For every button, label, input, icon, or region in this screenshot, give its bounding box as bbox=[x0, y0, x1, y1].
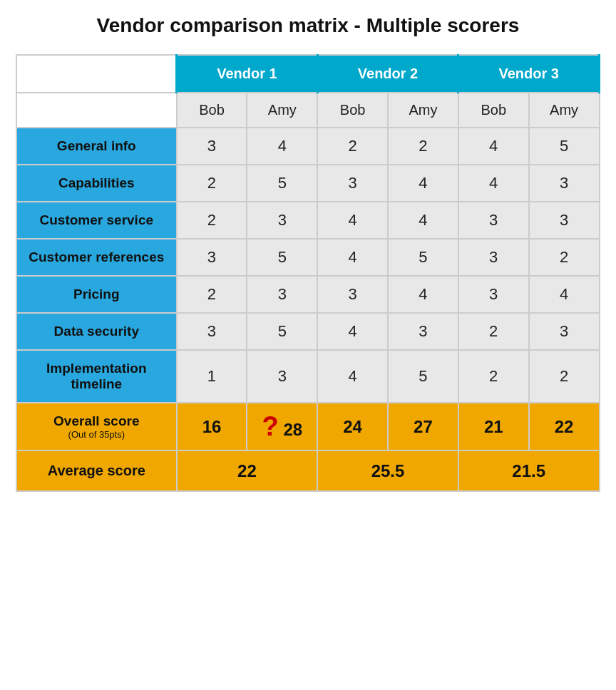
cell-v3-s0: 3 bbox=[458, 202, 529, 239]
v2-bob-header: Bob bbox=[317, 93, 388, 128]
v1-amy-header: Amy bbox=[247, 93, 317, 128]
cell-v2-s1: 4 bbox=[388, 202, 458, 239]
cell-v2-s1: 5 bbox=[388, 239, 458, 276]
cell-v1-s1: 3 bbox=[247, 202, 317, 239]
cell-v3-s1: 2 bbox=[529, 239, 600, 276]
overall-label: Overall score (Out of 35pts) bbox=[16, 403, 177, 450]
cell-v1-s0: 3 bbox=[177, 128, 247, 165]
average-v3: 21.5 bbox=[458, 450, 600, 491]
cell-v2-s0: 4 bbox=[317, 313, 388, 350]
cell-v2-s0: 3 bbox=[317, 276, 388, 313]
cell-v1-s0: 2 bbox=[177, 202, 247, 239]
overall-v2-bob: 24 bbox=[317, 403, 388, 450]
v3-amy-header: Amy bbox=[529, 93, 600, 128]
v1-bob-header: Bob bbox=[177, 93, 247, 128]
cell-v2-s1: 4 bbox=[388, 276, 458, 313]
cell-v3-s0: 2 bbox=[458, 350, 529, 403]
cell-v1-s1: 3 bbox=[247, 276, 317, 313]
overall-v1-amy: ? 28 bbox=[247, 403, 317, 450]
row-label-4: Pricing bbox=[16, 276, 177, 313]
vendor-header-row: Vendor 1 Vendor 2 Vendor 3 bbox=[16, 55, 600, 93]
cell-v3-s1: 4 bbox=[529, 276, 600, 313]
cell-v2-s0: 4 bbox=[317, 350, 388, 403]
page-container: Vendor comparison matrix - Multiple scor… bbox=[16, 14, 600, 492]
cell-v3-s1: 3 bbox=[529, 313, 600, 350]
data-row: Data security354323 bbox=[16, 313, 600, 350]
cell-v3-s0: 3 bbox=[458, 276, 529, 313]
cell-v3-s0: 3 bbox=[458, 239, 529, 276]
cell-v2-s1: 4 bbox=[388, 165, 458, 202]
person-header-row: Bob Amy Bob Amy Bob Amy bbox=[16, 93, 600, 128]
cell-v2-s0: 4 bbox=[317, 202, 388, 239]
corner-cell bbox=[16, 55, 177, 93]
cell-v3-s1: 3 bbox=[529, 202, 600, 239]
cell-v1-s0: 3 bbox=[177, 313, 247, 350]
row-label-5: Data security bbox=[16, 313, 177, 350]
average-v1: 22 bbox=[177, 450, 318, 491]
overall-score-row: Overall score (Out of 35pts) 16 ? 28 24 … bbox=[16, 403, 600, 450]
cell-v1-s0: 2 bbox=[177, 165, 247, 202]
cell-v2-s0: 3 bbox=[317, 165, 388, 202]
cell-v3-s1: 3 bbox=[529, 165, 600, 202]
overall-v1-bob: 16 bbox=[177, 403, 247, 450]
vendor3-header: Vendor 3 bbox=[458, 55, 600, 93]
page-title: Vendor comparison matrix - Multiple scor… bbox=[16, 14, 600, 37]
average-v2: 25.5 bbox=[317, 450, 458, 491]
data-row: Pricing233434 bbox=[16, 276, 600, 313]
cell-v3-s1: 5 bbox=[529, 128, 600, 165]
row-label-0: General info bbox=[16, 128, 177, 165]
data-row: Capabilities253443 bbox=[16, 165, 600, 202]
data-row: Implementation timeline134522 bbox=[16, 350, 600, 403]
cell-v2-s1: 2 bbox=[388, 128, 458, 165]
data-row: Customer service234433 bbox=[16, 202, 600, 239]
overall-label-text: Overall score bbox=[53, 413, 139, 428]
vendor2-header: Vendor 2 bbox=[317, 55, 458, 93]
v2-amy-header: Amy bbox=[388, 93, 458, 128]
row-label-3: Customer references bbox=[16, 239, 177, 276]
cell-v1-s1: 3 bbox=[247, 350, 317, 403]
comparison-table: Vendor 1 Vendor 2 Vendor 3 Bob Amy Bob A… bbox=[16, 54, 600, 492]
cell-v1-s0: 3 bbox=[177, 239, 247, 276]
data-row: General info342245 bbox=[16, 128, 600, 165]
cell-v2-s1: 3 bbox=[388, 313, 458, 350]
row-label-1: Capabilities bbox=[16, 165, 177, 202]
cell-v1-s1: 5 bbox=[247, 313, 317, 350]
row-label-2: Customer service bbox=[16, 202, 177, 239]
cell-v1-s0: 2 bbox=[177, 276, 247, 313]
cell-v2-s0: 2 bbox=[317, 128, 388, 165]
overall-sublabel: (Out of 35pts) bbox=[24, 429, 169, 440]
cell-v1-s0: 1 bbox=[177, 350, 247, 403]
cell-v2-s0: 4 bbox=[317, 239, 388, 276]
cell-v3-s0: 4 bbox=[458, 165, 529, 202]
average-label: Average score bbox=[16, 450, 177, 491]
overall-v3-bob: 21 bbox=[458, 403, 529, 450]
average-score-row: Average score 22 25.5 21.5 bbox=[16, 450, 600, 491]
question-mark-icon: ? bbox=[262, 411, 279, 441]
cell-v1-s1: 5 bbox=[247, 239, 317, 276]
cell-v1-s1: 5 bbox=[247, 165, 317, 202]
v3-bob-header: Bob bbox=[458, 93, 529, 128]
corner-cell2 bbox=[16, 93, 177, 128]
cell-v1-s1: 4 bbox=[247, 128, 317, 165]
data-row: Customer references354532 bbox=[16, 239, 600, 276]
overall-v3-amy: 22 bbox=[529, 403, 600, 450]
overall-v2-amy: 27 bbox=[388, 403, 458, 450]
row-label-6: Implementation timeline bbox=[16, 350, 177, 403]
cell-v3-s0: 4 bbox=[458, 128, 529, 165]
cell-v3-s0: 2 bbox=[458, 313, 529, 350]
vendor1-header: Vendor 1 bbox=[177, 55, 318, 93]
cell-v2-s1: 5 bbox=[388, 350, 458, 403]
overall-v1-amy-score: 28 bbox=[283, 420, 302, 439]
cell-v3-s1: 2 bbox=[529, 350, 600, 403]
